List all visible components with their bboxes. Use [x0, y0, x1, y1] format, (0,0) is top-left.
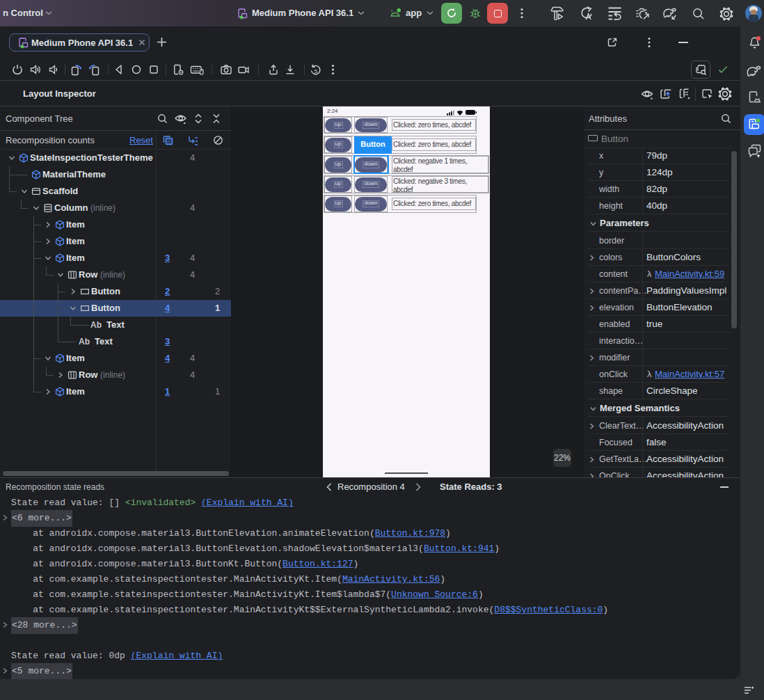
svg-text:5: 5 [315, 68, 317, 74]
